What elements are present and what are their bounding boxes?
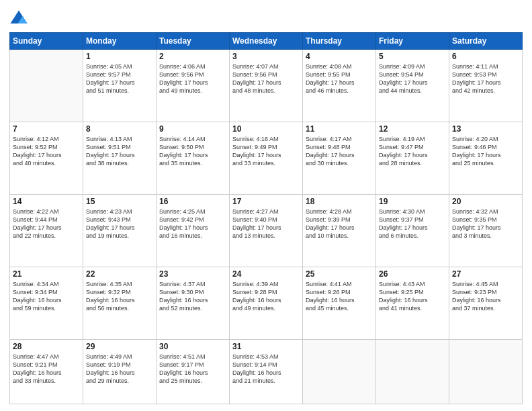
day-number: 19 bbox=[379, 197, 446, 206]
calendar-cell: 23Sunrise: 4:37 AM Sunset: 9:30 PM Dayli… bbox=[157, 267, 230, 339]
calendar-cell: 6Sunrise: 4:11 AM Sunset: 9:53 PM Daylig… bbox=[449, 50, 523, 122]
day-info: Sunrise: 4:25 AM Sunset: 9:42 PM Dayligh… bbox=[159, 208, 226, 240]
day-number: 9 bbox=[159, 124, 226, 134]
week-row-2: 14Sunrise: 4:22 AM Sunset: 9:44 PM Dayli… bbox=[10, 194, 523, 267]
calendar-cell: 24Sunrise: 4:39 AM Sunset: 9:28 PM Dayli… bbox=[230, 267, 303, 339]
day-number: 21 bbox=[13, 269, 80, 279]
col-header-saturday: Saturday bbox=[449, 33, 523, 50]
day-info: Sunrise: 4:37 AM Sunset: 9:30 PM Dayligh… bbox=[159, 280, 226, 313]
calendar-cell: 7Sunrise: 4:12 AM Sunset: 9:52 PM Daylig… bbox=[10, 122, 83, 194]
day-info: Sunrise: 4:35 AM Sunset: 9:32 PM Dayligh… bbox=[86, 280, 153, 313]
day-number: 23 bbox=[159, 269, 226, 279]
calendar-cell bbox=[303, 339, 376, 404]
day-info: Sunrise: 4:30 AM Sunset: 9:37 PM Dayligh… bbox=[379, 208, 446, 240]
day-info: Sunrise: 4:20 AM Sunset: 9:46 PM Dayligh… bbox=[452, 135, 519, 168]
day-info: Sunrise: 4:08 AM Sunset: 9:55 PM Dayligh… bbox=[306, 62, 373, 95]
calendar-cell: 28Sunrise: 4:47 AM Sunset: 9:21 PM Dayli… bbox=[10, 339, 83, 404]
day-number: 13 bbox=[452, 124, 519, 134]
day-info: Sunrise: 4:06 AM Sunset: 9:56 PM Dayligh… bbox=[159, 62, 226, 95]
col-header-thursday: Thursday bbox=[303, 33, 376, 50]
day-number: 25 bbox=[306, 269, 373, 279]
day-number: 5 bbox=[379, 52, 446, 61]
day-number: 26 bbox=[379, 269, 446, 279]
day-number: 16 bbox=[159, 197, 226, 206]
day-number: 10 bbox=[232, 124, 300, 134]
col-header-sunday: Sunday bbox=[10, 33, 83, 50]
calendar-cell: 12Sunrise: 4:19 AM Sunset: 9:47 PM Dayli… bbox=[376, 122, 449, 194]
day-info: Sunrise: 4:11 AM Sunset: 9:53 PM Dayligh… bbox=[452, 62, 519, 95]
day-info: Sunrise: 4:32 AM Sunset: 9:35 PM Dayligh… bbox=[452, 208, 519, 240]
calendar-header-row: SundayMondayTuesdayWednesdayThursdayFrid… bbox=[10, 33, 523, 50]
day-info: Sunrise: 4:53 AM Sunset: 9:14 PM Dayligh… bbox=[232, 353, 300, 385]
day-number: 22 bbox=[86, 269, 153, 279]
day-number: 12 bbox=[379, 124, 446, 134]
day-info: Sunrise: 4:22 AM Sunset: 9:44 PM Dayligh… bbox=[13, 208, 80, 240]
day-number: 18 bbox=[306, 197, 373, 206]
col-header-monday: Monday bbox=[83, 33, 157, 50]
calendar-cell: 11Sunrise: 4:17 AM Sunset: 9:48 PM Dayli… bbox=[303, 122, 376, 194]
day-number: 30 bbox=[159, 342, 226, 351]
calendar-cell: 16Sunrise: 4:25 AM Sunset: 9:42 PM Dayli… bbox=[157, 194, 230, 267]
day-info: Sunrise: 4:47 AM Sunset: 9:21 PM Dayligh… bbox=[13, 353, 80, 385]
week-row-4: 28Sunrise: 4:47 AM Sunset: 9:21 PM Dayli… bbox=[10, 339, 523, 404]
calendar-cell: 8Sunrise: 4:13 AM Sunset: 9:51 PM Daylig… bbox=[83, 122, 157, 194]
day-number: 1 bbox=[86, 52, 153, 61]
day-number: 31 bbox=[232, 342, 300, 351]
calendar-cell: 19Sunrise: 4:30 AM Sunset: 9:37 PM Dayli… bbox=[376, 194, 449, 267]
day-number: 3 bbox=[232, 52, 300, 61]
header bbox=[9, 7, 523, 28]
week-row-3: 21Sunrise: 4:34 AM Sunset: 9:34 PM Dayli… bbox=[10, 267, 523, 339]
day-number: 15 bbox=[86, 197, 153, 206]
logo-icon bbox=[9, 9, 28, 28]
calendar-cell: 1Sunrise: 4:05 AM Sunset: 9:57 PM Daylig… bbox=[83, 50, 157, 122]
calendar-cell: 2Sunrise: 4:06 AM Sunset: 9:56 PM Daylig… bbox=[157, 50, 230, 122]
day-number: 14 bbox=[13, 197, 80, 206]
day-info: Sunrise: 4:39 AM Sunset: 9:28 PM Dayligh… bbox=[232, 280, 300, 313]
day-number: 6 bbox=[452, 52, 519, 61]
calendar-cell: 14Sunrise: 4:22 AM Sunset: 9:44 PM Dayli… bbox=[10, 194, 83, 267]
week-row-0: 1Sunrise: 4:05 AM Sunset: 9:57 PM Daylig… bbox=[10, 50, 523, 122]
calendar-cell: 15Sunrise: 4:23 AM Sunset: 9:43 PM Dayli… bbox=[83, 194, 157, 267]
calendar-cell: 5Sunrise: 4:09 AM Sunset: 9:54 PM Daylig… bbox=[376, 50, 449, 122]
calendar-cell: 13Sunrise: 4:20 AM Sunset: 9:46 PM Dayli… bbox=[449, 122, 523, 194]
logo bbox=[9, 9, 30, 28]
week-row-1: 7Sunrise: 4:12 AM Sunset: 9:52 PM Daylig… bbox=[10, 122, 523, 194]
calendar-cell: 25Sunrise: 4:41 AM Sunset: 9:26 PM Dayli… bbox=[303, 267, 376, 339]
day-number: 28 bbox=[13, 342, 80, 351]
day-info: Sunrise: 4:23 AM Sunset: 9:43 PM Dayligh… bbox=[86, 208, 153, 240]
day-info: Sunrise: 4:34 AM Sunset: 9:34 PM Dayligh… bbox=[13, 280, 80, 313]
day-number: 17 bbox=[232, 197, 300, 206]
calendar-cell: 4Sunrise: 4:08 AM Sunset: 9:55 PM Daylig… bbox=[303, 50, 376, 122]
calendar-cell: 27Sunrise: 4:45 AM Sunset: 9:23 PM Dayli… bbox=[449, 267, 523, 339]
day-number: 29 bbox=[86, 342, 153, 351]
day-info: Sunrise: 4:13 AM Sunset: 9:51 PM Dayligh… bbox=[86, 135, 153, 168]
calendar-cell bbox=[449, 339, 523, 404]
calendar-cell: 21Sunrise: 4:34 AM Sunset: 9:34 PM Dayli… bbox=[10, 267, 83, 339]
calendar-cell bbox=[376, 339, 449, 404]
day-number: 27 bbox=[452, 269, 519, 279]
col-header-tuesday: Tuesday bbox=[157, 33, 230, 50]
day-info: Sunrise: 4:41 AM Sunset: 9:26 PM Dayligh… bbox=[306, 280, 373, 313]
day-info: Sunrise: 4:07 AM Sunset: 9:56 PM Dayligh… bbox=[232, 62, 300, 95]
calendar-cell: 22Sunrise: 4:35 AM Sunset: 9:32 PM Dayli… bbox=[83, 267, 157, 339]
calendar-cell bbox=[10, 50, 83, 122]
calendar-cell: 31Sunrise: 4:53 AM Sunset: 9:14 PM Dayli… bbox=[230, 339, 303, 404]
calendar-cell: 20Sunrise: 4:32 AM Sunset: 9:35 PM Dayli… bbox=[449, 194, 523, 267]
day-number: 20 bbox=[452, 197, 519, 206]
day-info: Sunrise: 4:05 AM Sunset: 9:57 PM Dayligh… bbox=[86, 62, 153, 95]
day-info: Sunrise: 4:12 AM Sunset: 9:52 PM Dayligh… bbox=[13, 135, 80, 168]
day-number: 11 bbox=[306, 124, 373, 134]
day-number: 24 bbox=[232, 269, 300, 279]
calendar-cell: 3Sunrise: 4:07 AM Sunset: 9:56 PM Daylig… bbox=[230, 50, 303, 122]
day-info: Sunrise: 4:16 AM Sunset: 9:49 PM Dayligh… bbox=[232, 135, 300, 168]
day-info: Sunrise: 4:19 AM Sunset: 9:47 PM Dayligh… bbox=[379, 135, 446, 168]
day-number: 2 bbox=[159, 52, 226, 61]
col-header-friday: Friday bbox=[376, 33, 449, 50]
day-info: Sunrise: 4:28 AM Sunset: 9:39 PM Dayligh… bbox=[306, 208, 373, 240]
calendar-cell: 30Sunrise: 4:51 AM Sunset: 9:17 PM Dayli… bbox=[157, 339, 230, 404]
calendar-table: SundayMondayTuesdayWednesdayThursdayFrid… bbox=[9, 32, 523, 404]
day-info: Sunrise: 4:17 AM Sunset: 9:48 PM Dayligh… bbox=[306, 135, 373, 168]
day-info: Sunrise: 4:27 AM Sunset: 9:40 PM Dayligh… bbox=[232, 208, 300, 240]
day-number: 4 bbox=[306, 52, 373, 61]
col-header-wednesday: Wednesday bbox=[230, 33, 303, 50]
